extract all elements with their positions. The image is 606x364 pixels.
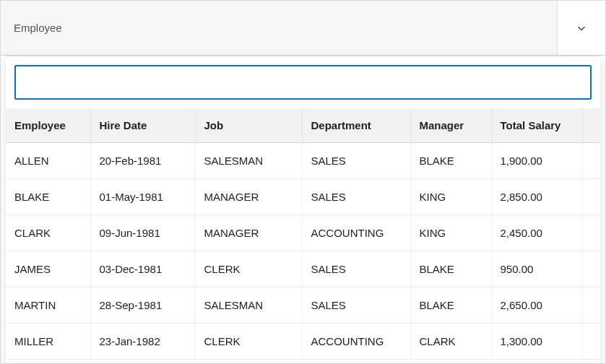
col-header-hire-date[interactable]: Hire Date bbox=[90, 108, 195, 143]
chevron-down-icon bbox=[576, 23, 586, 33]
cell-salary: 1,300.00 bbox=[491, 324, 582, 360]
cell-department: SALES bbox=[302, 251, 410, 287]
cell-job: SALESMAN bbox=[195, 143, 302, 179]
cell-salary: 950.00 bbox=[491, 251, 582, 287]
table-row[interactable]: JAMES03-Dec-1981CLERKSALESBLAKE950.00 bbox=[6, 251, 600, 287]
cell-job: CLERK bbox=[195, 251, 302, 287]
cell-spacer bbox=[582, 179, 600, 215]
employee-select-combobox: Employee Employee Hire Date bbox=[0, 0, 606, 364]
select-label: Employee bbox=[14, 22, 62, 34]
dropdown-panel: Employee Hire Date Job Department Manage… bbox=[6, 56, 600, 363]
cell-job: CLERK bbox=[195, 324, 302, 360]
cell-salary: 1,900.00 bbox=[491, 143, 582, 179]
cell-hire-date: 20-Feb-1981 bbox=[90, 143, 195, 179]
table-header-row: Employee Hire Date Job Department Manage… bbox=[6, 108, 600, 143]
cell-manager: BLAKE bbox=[410, 287, 491, 324]
cell-manager: BLAKE bbox=[410, 251, 491, 287]
results-table: Employee Hire Date Job Department Manage… bbox=[6, 108, 600, 360]
cell-job: MANAGER bbox=[195, 179, 302, 215]
col-header-manager[interactable]: Manager bbox=[410, 108, 491, 143]
cell-manager: CLARK bbox=[410, 324, 491, 360]
results-grid: Employee Hire Date Job Department Manage… bbox=[6, 108, 600, 363]
cell-hire-date: 23-Jan-1982 bbox=[90, 324, 195, 360]
select-toggle-button[interactable] bbox=[557, 1, 605, 55]
table-row[interactable]: MILLER23-Jan-1982CLERKACCOUNTINGCLARK1,3… bbox=[6, 324, 600, 360]
cell-spacer bbox=[582, 251, 600, 287]
cell-spacer bbox=[582, 287, 600, 324]
table-row[interactable]: BLAKE01-May-1981MANAGERSALESKING2,850.00 bbox=[6, 179, 600, 215]
search-wrap bbox=[6, 56, 600, 108]
cell-job: SALESMAN bbox=[195, 287, 302, 324]
cell-manager: BLAKE bbox=[410, 143, 491, 179]
cell-department: SALES bbox=[302, 287, 410, 324]
search-input[interactable] bbox=[14, 65, 592, 100]
cell-spacer bbox=[582, 215, 600, 251]
col-header-spacer bbox=[582, 108, 600, 143]
cell-hire-date: 01-May-1981 bbox=[90, 179, 195, 215]
cell-hire-date: 03-Dec-1981 bbox=[90, 251, 195, 287]
cell-employee: BLAKE bbox=[6, 179, 90, 215]
cell-department: ACCOUNTING bbox=[302, 215, 410, 251]
cell-hire-date: 28-Sep-1981 bbox=[90, 287, 195, 324]
table-row[interactable]: CLARK09-Jun-1981MANAGERACCOUNTINGKING2,4… bbox=[6, 215, 600, 251]
cell-salary: 2,450.00 bbox=[491, 215, 582, 251]
cell-employee: ALLEN bbox=[6, 143, 90, 179]
table-row[interactable]: MARTIN28-Sep-1981SALESMANSALESBLAKE2,650… bbox=[6, 287, 600, 324]
col-header-salary[interactable]: Total Salary bbox=[491, 108, 582, 143]
col-header-employee[interactable]: Employee bbox=[6, 108, 90, 143]
select-bar[interactable]: Employee bbox=[1, 1, 605, 56]
cell-employee: JAMES bbox=[6, 251, 90, 287]
cell-department: SALES bbox=[302, 143, 410, 179]
cell-salary: 2,650.00 bbox=[491, 287, 582, 324]
cell-manager: KING bbox=[410, 179, 491, 215]
cell-spacer bbox=[582, 324, 600, 360]
cell-department: ACCOUNTING bbox=[302, 324, 410, 360]
cell-manager: KING bbox=[410, 215, 491, 251]
cell-job: MANAGER bbox=[195, 215, 302, 251]
col-header-department[interactable]: Department bbox=[302, 108, 410, 143]
cell-employee: MILLER bbox=[6, 324, 90, 360]
cell-employee: MARTIN bbox=[6, 287, 90, 324]
cell-department: SALES bbox=[302, 179, 410, 215]
table-row[interactable]: ALLEN20-Feb-1981SALESMANSALESBLAKE1,900.… bbox=[6, 143, 600, 179]
cell-salary: 2,850.00 bbox=[491, 179, 582, 215]
cell-hire-date: 09-Jun-1981 bbox=[90, 215, 195, 251]
cell-spacer bbox=[582, 143, 600, 179]
cell-employee: CLARK bbox=[6, 215, 90, 251]
col-header-job[interactable]: Job bbox=[195, 108, 302, 143]
